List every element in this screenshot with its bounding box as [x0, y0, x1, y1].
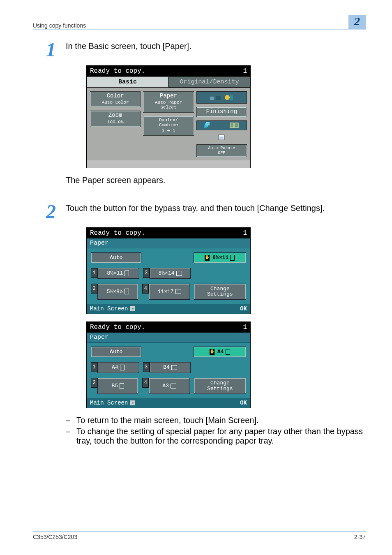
tray-4-size: A3: [162, 383, 169, 388]
tray-4-number: 4: [142, 284, 149, 294]
staple-punch-icon: [209, 93, 234, 102]
orientation-land-icon: [171, 384, 176, 388]
up-arrow-icon: ▴: [130, 306, 135, 311]
step-2-text: Touch the button for the bypass tray, an…: [66, 202, 366, 222]
ok-button[interactable]: OK: [240, 305, 247, 312]
bypass-tray-button[interactable]: ✋ 8½×11: [194, 252, 246, 263]
tray-1-number: 1: [91, 362, 97, 372]
tray-3-number: 3: [143, 268, 150, 278]
tab-original-density[interactable]: Original/Density: [168, 76, 250, 88]
copy-count: 1: [243, 67, 247, 75]
tray-4-button[interactable]: 11×17: [149, 284, 189, 300]
zoom-button[interactable]: Zoom 100.0%: [90, 111, 141, 127]
tray-1-button[interactable]: A4: [97, 362, 139, 373]
bypass-hand-icon: ✋: [210, 349, 214, 355]
autorotate-doc-icon: [196, 134, 247, 141]
bypass-size: A4: [217, 349, 224, 354]
orientation-port-icon: [120, 383, 124, 389]
tray-2-button[interactable]: 5½×8½: [97, 284, 138, 300]
finishing-icons-top: [196, 91, 247, 104]
tray-1-number: 1: [91, 268, 97, 278]
screenshot-paper-screen-inch: Ready to copy. 1 Paper Auto ✋ 8½×11 1 8½…: [86, 227, 251, 314]
spacer: [145, 252, 189, 263]
header-rule: [33, 30, 366, 30]
main-screen-button[interactable]: Main Screen ▴: [90, 305, 135, 312]
tray-4-number: 4: [142, 378, 149, 388]
duplex-value: 1 ➜ 1: [144, 128, 192, 133]
tray-2-size: 5½×8½: [107, 289, 123, 294]
tray-3-number: 3: [143, 362, 150, 372]
tray-2-number: 2: [91, 378, 97, 388]
paper-button[interactable]: Paper Auto Paper Select: [143, 91, 194, 113]
tray-3-size: B4: [163, 365, 170, 370]
sort-icon: [204, 122, 213, 129]
spacer: [145, 347, 189, 357]
svg-rect-3: [230, 95, 233, 100]
orientation-port-icon: [226, 349, 230, 355]
svg-rect-1: [216, 96, 221, 100]
bullet-text: To change the setting of special paper f…: [76, 427, 366, 446]
auto-paper-button[interactable]: Auto: [91, 347, 141, 357]
tray-2-size: B5: [111, 383, 118, 388]
up-arrow-icon: ▴: [130, 400, 135, 405]
color-title: Color: [91, 93, 139, 99]
main-screen-label: Main Screen: [90, 305, 128, 312]
bypass-tray-button[interactable]: ✋ A4: [194, 347, 246, 357]
tab-basic[interactable]: Basic: [87, 76, 168, 88]
orientation-port-icon: [125, 289, 129, 294]
screenshot-paper-screen-metric: Ready to copy. 1 Paper Auto ✋ A4 1 A4: [86, 321, 251, 408]
finishing-button[interactable]: Finishing: [196, 107, 247, 117]
change-settings-button[interactable]: Change Settings: [194, 378, 246, 394]
tray-2-number: 2: [91, 284, 97, 294]
tray-3-button[interactable]: 8½×14: [150, 268, 191, 279]
copy-count: 1: [243, 229, 247, 237]
color-button[interactable]: Color Auto Color: [90, 91, 141, 107]
svg-rect-8: [235, 123, 238, 128]
chapter-number: 2: [348, 15, 366, 29]
tray-2-button[interactable]: B5: [97, 378, 138, 394]
orientation-land-icon: [175, 289, 181, 294]
screenshot-basic-screen: Ready to copy. 1 Basic Original/Density …: [86, 65, 251, 168]
main-screen-button[interactable]: Main Screen ▴: [90, 400, 135, 406]
status-text: Ready to copy.: [90, 324, 145, 331]
auto-rotate-button[interactable]: Auto Rotate OFF: [196, 144, 247, 157]
paper-title: Paper: [144, 93, 192, 99]
finishing-icons-bottom: [196, 120, 247, 130]
tray-3-size: 8½×14: [159, 271, 175, 276]
bypass-size: 8½×11: [212, 255, 228, 260]
tray-4-button[interactable]: A3: [149, 378, 189, 394]
orientation-land-icon: [171, 365, 177, 370]
paper-value: Auto Paper Select: [144, 100, 192, 110]
duplex-title: Duplex/ Combine: [144, 118, 192, 127]
auto-rotate-label: Auto Rotate OFF: [208, 146, 235, 155]
tray-1-button[interactable]: 8½×11: [97, 268, 139, 279]
footer-page: 2-37: [354, 534, 366, 540]
tray-3-button[interactable]: B4: [150, 362, 191, 373]
status-text: Ready to copy.: [90, 229, 145, 237]
orientation-port-icon: [230, 255, 235, 261]
bullet-dash: –: [66, 416, 73, 425]
step-divider: [33, 195, 366, 195]
tray-1-size: 8½×11: [107, 271, 123, 276]
orientation-port-icon: [125, 271, 129, 276]
spacer: [195, 268, 246, 279]
tray-1-size: A4: [112, 365, 118, 370]
bypass-hand-icon: ✋: [205, 255, 210, 261]
spacer: [195, 362, 246, 373]
header-section: Using copy functions: [33, 22, 86, 29]
auto-paper-button[interactable]: Auto: [91, 252, 141, 263]
svg-rect-6: [206, 122, 210, 125]
orientation-land-icon: [176, 271, 182, 276]
step-1-text: In the Basic screen, touch [Paper].: [66, 40, 366, 60]
color-value: Auto Color: [91, 100, 139, 105]
svg-point-2: [225, 95, 230, 100]
copy-count: 1: [243, 324, 247, 331]
ok-button[interactable]: OK: [240, 400, 247, 406]
duplex-combine-button[interactable]: Duplex/ Combine 1 ➜ 1: [143, 116, 194, 136]
svg-rect-7: [230, 123, 234, 128]
status-text: Ready to copy.: [90, 67, 145, 75]
finishing-label: Finishing: [198, 109, 246, 115]
footer-rule: [33, 532, 366, 532]
change-settings-button[interactable]: Change Settings: [194, 284, 246, 300]
tray-4-size: 11×17: [158, 289, 174, 294]
